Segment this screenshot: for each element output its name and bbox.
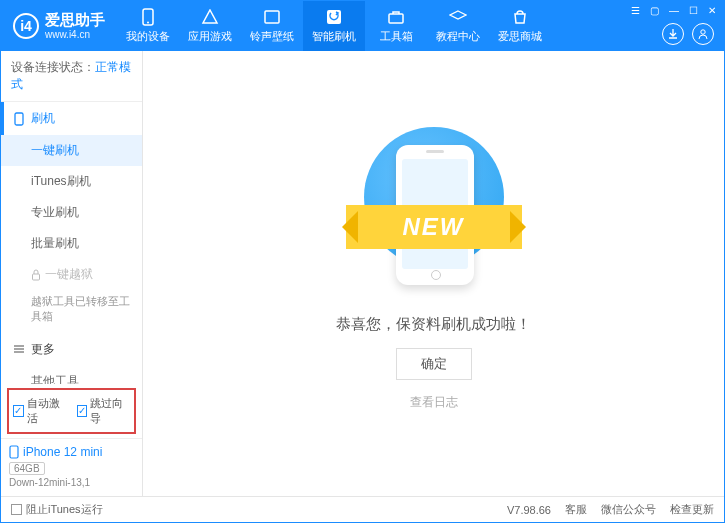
nav-toolbox[interactable]: 工具箱 — [365, 1, 427, 51]
nav-label: 我的设备 — [126, 29, 170, 44]
conn-label: 设备连接状态： — [11, 60, 95, 74]
storage-badge: 64GB — [9, 462, 45, 475]
service-link[interactable]: 客服 — [565, 502, 587, 517]
connection-state: 设备连接状态：正常模式 — [1, 51, 142, 102]
nav-label: 教程中心 — [436, 29, 480, 44]
nav-flash[interactable]: 智能刷机 — [303, 1, 365, 51]
maximize-icon[interactable]: ☐ — [687, 5, 700, 16]
sidebar: 设备连接状态：正常模式 刷机 一键刷机 iTunes刷机 专业刷机 批量刷机 一… — [1, 51, 143, 496]
svg-point-5 — [701, 30, 705, 34]
new-ribbon: NEW — [346, 205, 522, 249]
lock-icon — [31, 269, 41, 281]
brand-title: 爱思助手 — [45, 12, 105, 29]
menu-icon[interactable]: ☰ — [629, 5, 642, 16]
checkbox-skip-guide[interactable]: ✓ 跳过向导 — [77, 396, 131, 426]
skin-icon[interactable]: ▢ — [648, 5, 661, 16]
menu-title: 刷机 — [31, 110, 55, 127]
wallpaper-icon — [263, 8, 281, 26]
menu-header-flash[interactable]: 刷机 — [1, 102, 142, 135]
main-content: NEW 恭喜您，保资料刷机成功啦！ 确定 查看日志 — [143, 51, 724, 496]
svg-rect-3 — [327, 10, 341, 24]
apps-icon — [201, 8, 219, 26]
nav-store[interactable]: 爱思商城 — [489, 1, 551, 51]
nav-my-device[interactable]: 我的设备 — [117, 1, 179, 51]
phone-tiny-icon — [9, 445, 19, 459]
checkbox-auto-activate[interactable]: ✓ 自动激活 — [13, 396, 67, 426]
sidebar-item-itunes-flash[interactable]: iTunes刷机 — [1, 166, 142, 197]
ok-button[interactable]: 确定 — [396, 348, 472, 380]
nav-apps[interactable]: 应用游戏 — [179, 1, 241, 51]
check-icon: ✓ — [77, 405, 88, 417]
sidebar-item-jailbreak: 一键越狱 — [1, 259, 142, 290]
svg-rect-4 — [389, 14, 403, 23]
body: 设备连接状态：正常模式 刷机 一键刷机 iTunes刷机 专业刷机 批量刷机 一… — [1, 51, 724, 496]
flash-icon — [325, 8, 343, 26]
app-window: i4 爱思助手 www.i4.cn 我的设备 应用游戏 铃声壁纸 智能刷机 — [0, 0, 725, 523]
statusbar: 阻止iTunes运行 V7.98.66 客服 微信公众号 检查更新 — [1, 496, 724, 522]
store-icon — [511, 8, 529, 26]
phone-small-icon — [13, 112, 25, 126]
block-itunes-label: 阻止iTunes运行 — [26, 502, 103, 517]
device-name-text: iPhone 12 mini — [23, 445, 102, 459]
jailbreak-note: 越狱工具已转移至工具箱 — [1, 290, 142, 333]
check-icon: ✓ — [13, 405, 24, 417]
success-illustration: NEW — [334, 117, 534, 297]
checkbox-block-itunes[interactable]: 阻止iTunes运行 — [11, 502, 103, 517]
svg-rect-2 — [265, 11, 279, 23]
check-update-link[interactable]: 检查更新 — [670, 502, 714, 517]
menu-title: 一键越狱 — [45, 266, 93, 283]
sidebar-item-pro-flash[interactable]: 专业刷机 — [1, 197, 142, 228]
checkbox-icon — [11, 504, 22, 515]
sidebar-item-oneclick-flash[interactable]: 一键刷机 — [1, 135, 142, 166]
sidebar-item-batch-flash[interactable]: 批量刷机 — [1, 228, 142, 259]
svg-point-1 — [147, 22, 149, 24]
toolbox-icon — [387, 8, 405, 26]
menu-header-more[interactable]: 更多 — [1, 333, 142, 366]
highlighted-options: ✓ 自动激活 ✓ 跳过向导 — [7, 388, 136, 434]
device-info[interactable]: iPhone 12 mini 64GB Down-12mini-13,1 — [1, 438, 142, 496]
title-round-buttons — [662, 23, 714, 45]
nav-label: 铃声壁纸 — [250, 29, 294, 44]
close-icon[interactable]: ✕ — [706, 5, 718, 16]
svg-rect-6 — [15, 113, 23, 125]
check-label: 跳过向导 — [90, 396, 130, 426]
nav-label: 智能刷机 — [312, 29, 356, 44]
brand-url: www.i4.cn — [45, 29, 105, 40]
download-icon[interactable] — [662, 23, 684, 45]
more-icon — [13, 343, 25, 355]
nav-label: 应用游戏 — [188, 29, 232, 44]
titlebar: i4 爱思助手 www.i4.cn 我的设备 应用游戏 铃声壁纸 智能刷机 — [1, 1, 724, 51]
nav-label: 工具箱 — [380, 29, 413, 44]
nav-label: 爱思商城 — [498, 29, 542, 44]
wechat-link[interactable]: 微信公众号 — [601, 502, 656, 517]
minimize-icon[interactable]: — — [667, 5, 681, 16]
sidebar-menu: 刷机 一键刷机 iTunes刷机 专业刷机 批量刷机 一键越狱 越狱工具已转移至… — [1, 102, 142, 384]
window-controls: ☰ ▢ — ☐ ✕ — [629, 5, 718, 16]
device-name: iPhone 12 mini — [9, 445, 134, 459]
menu-title: 更多 — [31, 341, 55, 358]
nav-ringtones[interactable]: 铃声壁纸 — [241, 1, 303, 51]
user-icon[interactable] — [692, 23, 714, 45]
check-label: 自动激活 — [27, 396, 67, 426]
svg-rect-8 — [10, 446, 18, 458]
graduation-icon — [449, 8, 467, 26]
sidebar-item-other-tools[interactable]: 其他工具 — [1, 366, 142, 384]
brand: i4 爱思助手 www.i4.cn — [9, 12, 105, 40]
view-log-link[interactable]: 查看日志 — [410, 394, 458, 411]
nav-tutorials[interactable]: 教程中心 — [427, 1, 489, 51]
device-sub: Down-12mini-13,1 — [9, 477, 134, 488]
success-message: 恭喜您，保资料刷机成功啦！ — [336, 315, 531, 334]
phone-icon — [139, 8, 157, 26]
top-nav: 我的设备 应用游戏 铃声壁纸 智能刷机 工具箱 教程中心 — [117, 1, 551, 51]
logo-icon: i4 — [13, 13, 39, 39]
version-label: V7.98.66 — [507, 504, 551, 516]
svg-rect-7 — [33, 274, 40, 280]
